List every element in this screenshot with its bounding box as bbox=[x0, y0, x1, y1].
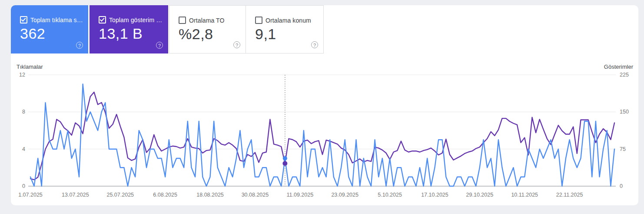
right-axis-tick-label: 0 bbox=[620, 183, 623, 189]
x-axis-date-label: 18.08.2025 bbox=[196, 192, 224, 198]
left-axis-tick-label: 4 bbox=[12, 146, 25, 152]
x-axis-date-label: 22.11.2025 bbox=[556, 192, 583, 198]
x-axis-date-label: 17.10.2025 bbox=[421, 192, 448, 198]
hover-dot-clicks bbox=[283, 156, 287, 160]
x-axis-date-label: 23.09.2025 bbox=[331, 192, 359, 198]
search-console-performance-page: { "icons": { "help_glyph": "?" }, "cards… bbox=[0, 0, 644, 214]
x-axis-date-label: 11.09.2025 bbox=[286, 192, 313, 198]
clicks-line[interactable] bbox=[30, 84, 614, 186]
left-axis-tick-label: 8 bbox=[12, 109, 25, 115]
right-axis-tick-label: 75 bbox=[620, 146, 626, 152]
right-axis-tick-label: 225 bbox=[620, 72, 629, 78]
x-axis-date-label: 6.08.2025 bbox=[153, 192, 177, 198]
x-axis-date-label: 5.10.2025 bbox=[378, 192, 402, 198]
x-axis-date-label: 1.07.2025 bbox=[18, 192, 43, 198]
performance-chart[interactable] bbox=[0, 0, 644, 214]
x-axis-date-label: 29.10.2025 bbox=[466, 192, 494, 198]
left-axis-tick-label: 12 bbox=[12, 72, 25, 78]
impressions-line[interactable] bbox=[30, 92, 614, 180]
x-axis-date-label: 25.07.2025 bbox=[106, 192, 134, 198]
left-axis-tick-label: 0 bbox=[12, 183, 25, 189]
hover-dot-impressions bbox=[282, 161, 287, 166]
x-axis-date-label: 13.07.2025 bbox=[62, 192, 89, 198]
x-axis-date-label: 30.08.2025 bbox=[242, 192, 269, 198]
right-axis-tick-label: 150 bbox=[620, 109, 629, 115]
x-axis-date-label: 10.11.2025 bbox=[511, 192, 538, 198]
